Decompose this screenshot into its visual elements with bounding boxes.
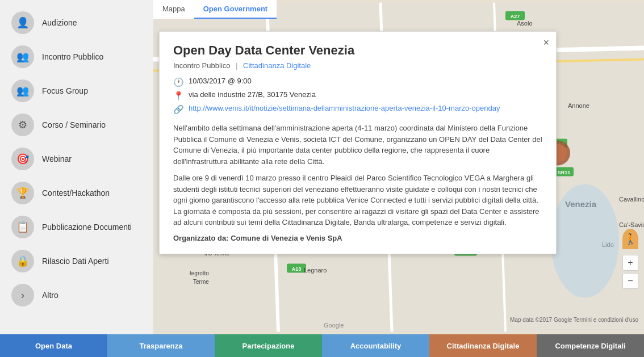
popup-subtitle: Incontro Pubblico | Cittadinanza Digital… bbox=[173, 61, 542, 70]
tab-open-government[interactable]: Open Government bbox=[194, 0, 277, 19]
svg-text:A27: A27 bbox=[511, 14, 520, 19]
sidebar-icon-altro: › bbox=[11, 284, 34, 306]
sidebar-icon-contest-hackathon: 🏆 bbox=[11, 182, 34, 204]
sidebar-icon-focus-group: 👥 bbox=[11, 79, 34, 102]
popup-title: Open Day Data Center Venezia bbox=[173, 43, 542, 58]
popup-organizer-prefix: Organizzato da: bbox=[173, 234, 229, 242]
tab-mappa[interactable]: Mappa bbox=[153, 0, 194, 19]
popup-url-link[interactable]: http://www.venis.it/it/notizie/settimana… bbox=[189, 104, 500, 112]
popup-close-button[interactable]: × bbox=[543, 37, 549, 48]
map-area: A27 A57 SS14 SR11 SS47 E70 A13 SS309 Pad… bbox=[153, 0, 644, 334]
svg-text:Cavallino: Cavallino bbox=[619, 196, 644, 203]
sidebar-label-focus-group: Focus Group bbox=[42, 86, 88, 95]
sidebar-item-pubblicazione-documenti[interactable]: 📋Pubblicazione Documenti bbox=[0, 210, 153, 244]
pegman-control[interactable]: 🚶 bbox=[622, 229, 638, 249]
sidebar-icon-webinar: 🎯 bbox=[11, 148, 34, 170]
sidebar-label-altro: Altro bbox=[42, 291, 58, 300]
location-icon: 📍 bbox=[173, 91, 184, 101]
sidebar-icon-pubblicazione-documenti: 📋 bbox=[11, 216, 34, 238]
sidebar-icon-rilascio-dati-aperti: 🔒 bbox=[11, 250, 34, 272]
sidebar-label-webinar: Webinar bbox=[42, 154, 72, 163]
sidebar-item-altro[interactable]: ›Altro bbox=[0, 278, 153, 312]
sidebar-item-rilascio-dati-aperti[interactable]: 🔒Rilascio Dati Aperti bbox=[0, 244, 153, 278]
popup-address-row: 📍 via delle industrie 27/B, 30175 Venezi… bbox=[173, 90, 542, 101]
footer-tab-competenze-digitali[interactable]: Competenze Digitali bbox=[537, 334, 644, 357]
sidebar-label-contest-hackathon: Contest/Hackathon bbox=[42, 188, 110, 198]
svg-text:SR11: SR11 bbox=[558, 170, 571, 175]
svg-text:Google: Google bbox=[324, 322, 344, 329]
link-icon: 🔗 bbox=[173, 104, 184, 115]
sidebar-item-focus-group[interactable]: 👥Focus Group bbox=[0, 74, 153, 108]
svg-text:Legnaro: Legnaro bbox=[304, 267, 327, 274]
svg-text:Annone: Annone bbox=[568, 102, 589, 109]
map-tabs: Mappa Open Government bbox=[153, 0, 277, 19]
popup-date: 10/03/2017 @ 9:00 bbox=[189, 77, 252, 85]
map-attribution: Map data ©2017 Google Termini e condizio… bbox=[510, 317, 638, 323]
sidebar-label-pubblicazione-documenti: Pubblicazione Documenti bbox=[42, 222, 132, 232]
popup-separator: | bbox=[236, 61, 237, 70]
sidebar-item-webinar[interactable]: 🎯Webinar bbox=[0, 142, 153, 176]
popup-card: × Open Day Data Center Venezia Incontro … bbox=[159, 31, 557, 254]
zoom-in-button[interactable]: + bbox=[622, 255, 638, 271]
clock-icon: 🕐 bbox=[173, 77, 184, 87]
sidebar-label-audizione: Audizione bbox=[42, 18, 77, 27]
popup-organizer: Organizzato da: Comune di Venezia e Veni… bbox=[173, 234, 542, 242]
sidebar-label-incontro-pubblico: Incontro Pubblico bbox=[42, 52, 103, 61]
popup-address: via delle industrie 27/B, 30175 Venezia bbox=[189, 90, 316, 99]
svg-text:A13: A13 bbox=[292, 266, 302, 272]
popup-meta: 🕐 10/03/2017 @ 9:00 📍 via delle industri… bbox=[173, 77, 542, 115]
sidebar-icon-corso-seminario: ⚙ bbox=[11, 114, 34, 136]
popup-description-1: Nell'ambito della settimana dell'amminis… bbox=[173, 123, 542, 167]
footer-tabs: Open DataTrasparenzaPartecipazioneAccoun… bbox=[0, 334, 644, 357]
svg-text:tegrotto: tegrotto bbox=[190, 270, 209, 276]
popup-date-row: 🕐 10/03/2017 @ 9:00 bbox=[173, 77, 542, 87]
footer-tab-open-data[interactable]: Open Data bbox=[0, 334, 107, 357]
popup-category-link[interactable]: Cittadinanza Digitale bbox=[243, 61, 311, 70]
sidebar-item-incontro-pubblico[interactable]: 👥Incontro Pubblico bbox=[0, 40, 153, 74]
sidebar-item-corso-seminario[interactable]: ⚙Corso / Seminario bbox=[0, 108, 153, 142]
popup-category: Incontro Pubblico bbox=[173, 61, 230, 70]
sidebar: 👤Audizione👥Incontro Pubblico👥Focus Group… bbox=[0, 0, 153, 334]
sidebar-label-corso-seminario: Corso / Seminario bbox=[42, 120, 106, 129]
sidebar-icon-incontro-pubblico: 👥 bbox=[11, 45, 34, 68]
svg-point-37 bbox=[551, 184, 619, 298]
sidebar-label-rilascio-dati-aperti: Rilascio Dati Aperti bbox=[42, 257, 109, 266]
sidebar-item-audizione[interactable]: 👤Audizione bbox=[0, 6, 153, 40]
zoom-out-button[interactable]: − bbox=[622, 273, 638, 289]
svg-text:Ca'-Savio: Ca'-Savio bbox=[619, 221, 644, 228]
svg-text:Asolo: Asolo bbox=[517, 20, 533, 27]
footer-tab-partecipazione[interactable]: Partecipazione bbox=[215, 334, 322, 357]
popup-organizer-name: Comune di Venezia e Venis SpA bbox=[231, 234, 342, 242]
footer-tab-accountability[interactable]: Accountability bbox=[322, 334, 429, 357]
map-controls: 🚶 + − bbox=[622, 229, 638, 289]
popup-description-2: Dalle ore 9 di venerdì 10 marzo presso i… bbox=[173, 173, 542, 228]
footer-tab-cittadinanza-digitale[interactable]: Cittadinanza Digitale bbox=[429, 334, 537, 357]
sidebar-item-contest-hackathon[interactable]: 🏆Contest/Hackathon bbox=[0, 176, 153, 210]
sidebar-icon-audizione: 👤 bbox=[11, 11, 34, 34]
svg-text:Terme: Terme bbox=[193, 279, 209, 285]
popup-url-row: 🔗 http://www.venis.it/it/notizie/settima… bbox=[173, 104, 542, 115]
footer-tab-trasparenza[interactable]: Trasparenza bbox=[107, 334, 215, 357]
